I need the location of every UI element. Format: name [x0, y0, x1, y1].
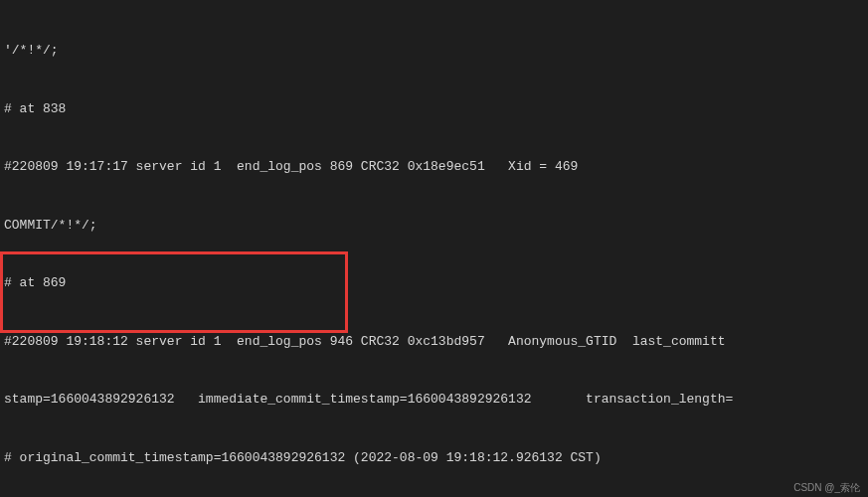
terminal-output: '/*!*/; # at 838 #220809 19:17:17 server…: [0, 0, 868, 497]
output-line: stamp=1660043892926132 immediate_commit_…: [4, 390, 864, 410]
output-line: COMMIT/*!*/;: [4, 216, 864, 236]
output-line: # at 838: [4, 99, 864, 119]
output-line: # original_commit_timestamp=166004389292…: [4, 448, 864, 468]
output-line: #220809 19:18:12 server id 1 end_log_pos…: [4, 332, 864, 352]
watermark-text: CSDN @_索伦: [793, 480, 860, 495]
output-line: '/*!*/;: [4, 41, 864, 61]
output-line: #220809 19:17:17 server id 1 end_log_pos…: [4, 157, 864, 177]
output-line: # at 869: [4, 273, 864, 293]
